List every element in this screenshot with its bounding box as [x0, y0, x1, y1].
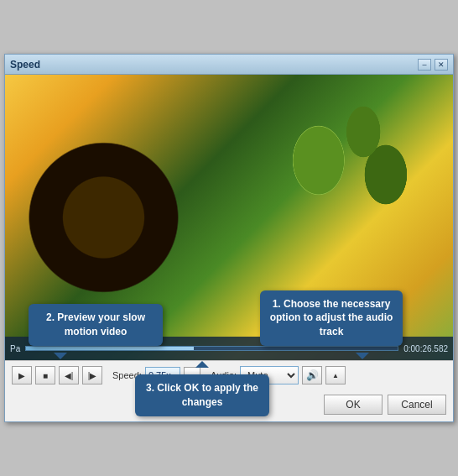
window-content: Pa 0:00:26.582 ▶ ■ ◀| |▶ Speed: ... Audi… [5, 75, 453, 421]
audio-label: Audio: [211, 370, 237, 380]
time-display: 0:00:26.582 [403, 344, 448, 353]
cancel-button[interactable]: Cancel [388, 395, 446, 415]
speed-dialog: Speed – ✕ Pa 0:00:26.582 ▶ ■ ◀| |▶ S [4, 54, 454, 422]
ok-button[interactable]: OK [324, 395, 383, 415]
speed-label: Speed: [112, 370, 142, 380]
stop-button[interactable]: ■ [35, 366, 55, 384]
audio-select[interactable]: Mute Keep Pitch [240, 366, 299, 384]
progress-bar[interactable] [25, 346, 398, 351]
playback-controls: ▶ ■ ◀| |▶ Speed: ... Audio: Mute Keep Pi… [5, 360, 453, 390]
prev-frame-button[interactable]: ◀| [59, 366, 79, 384]
next-frame-button[interactable]: |▶ [82, 366, 102, 384]
speed-input[interactable] [145, 367, 180, 384]
video-overlay: Pa 0:00:26.582 [5, 337, 453, 360]
play-button[interactable]: ▶ [12, 366, 32, 384]
volume-button[interactable]: 🔊 [302, 366, 322, 384]
title-bar: Speed – ✕ [5, 55, 453, 75]
progress-fill [26, 347, 193, 350]
window-controls: – ✕ [418, 59, 448, 71]
window-title: Speed [10, 59, 40, 71]
controls-area: ▶ ■ ◀| |▶ Speed: ... Audio: Mute Keep Pi… [5, 360, 453, 421]
progress-label: Pa [10, 344, 20, 353]
minimize-button[interactable]: – [418, 59, 431, 71]
up-button[interactable]: ▲ [325, 366, 346, 384]
bottom-row: OK Cancel [5, 390, 453, 421]
speed-options-button[interactable]: ... [184, 367, 200, 384]
close-button[interactable]: ✕ [435, 59, 448, 71]
video-preview: Pa 0:00:26.582 [5, 75, 453, 360]
